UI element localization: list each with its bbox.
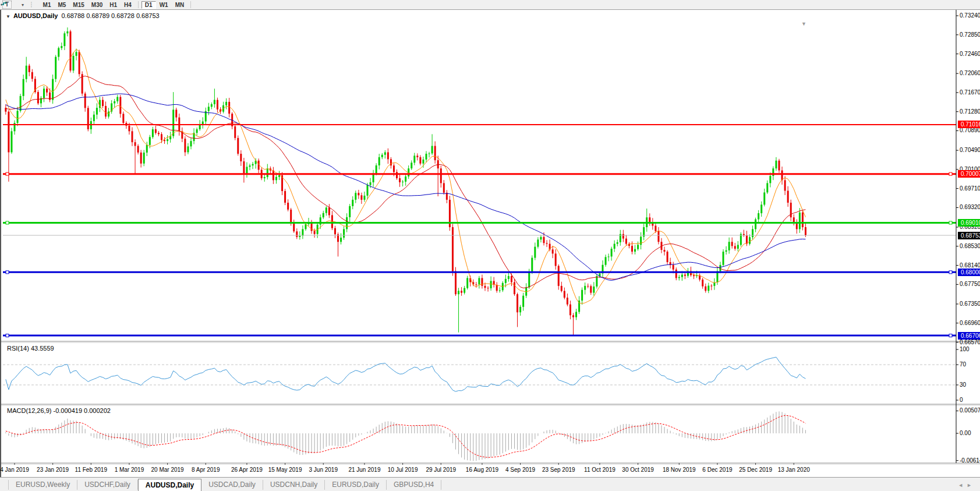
- tab-eurusd-weekly[interactable]: EURUSD,Weekly: [8, 480, 77, 490]
- candle-body: [208, 107, 210, 111]
- hline-handle[interactable]: [949, 271, 952, 274]
- candle-body: [66, 31, 68, 33]
- candle-body: [649, 217, 650, 222]
- hline-handle[interactable]: [949, 172, 952, 175]
- tab-usdcad-daily[interactable]: USDCAD,Daily: [201, 480, 263, 490]
- candle-body: [358, 193, 359, 195]
- tab-eurusd-daily[interactable]: EURUSD,Daily: [325, 480, 387, 490]
- candle-body: [349, 206, 351, 217]
- candle-body: [135, 142, 136, 146]
- candle-body: [614, 244, 615, 249]
- candle-body: [569, 305, 571, 316]
- candle-body: [287, 203, 289, 210]
- candle-body: [766, 183, 768, 192]
- candle-body: [46, 89, 48, 92]
- hline-handle[interactable]: [949, 221, 952, 224]
- price-tag-0.69010: 0.69010: [958, 219, 980, 227]
- candle-body: [343, 229, 345, 238]
- timeframe-button-M30[interactable]: M30: [88, 1, 106, 9]
- candle-body: [155, 129, 157, 133]
- candle-body: [29, 66, 30, 72]
- candle-body: [114, 101, 115, 104]
- hline-handle[interactable]: [6, 334, 9, 337]
- rsi-axis-tick: 0: [960, 397, 963, 404]
- tab-gbpusd-h4[interactable]: GBPUSD,H4: [387, 480, 441, 490]
- candle-body: [278, 175, 280, 177]
- price-axis-tick: 0.71670: [960, 89, 980, 96]
- candle-body: [452, 227, 454, 271]
- candle-body: [402, 182, 404, 182]
- timeframe-button-W1[interactable]: W1: [156, 1, 172, 9]
- toolbar-grip[interactable]: ┆: [30, 2, 33, 8]
- date-label: 29 Jul 2019: [420, 467, 462, 473]
- timeframe-button-MN[interactable]: MN: [172, 1, 188, 9]
- candle-body: [140, 153, 142, 164]
- tab-usdchf-daily[interactable]: USDCHF,Daily: [77, 480, 138, 490]
- candle-body: [293, 222, 295, 232]
- candle-body: [434, 146, 436, 161]
- candle-body: [23, 79, 24, 96]
- candle-body: [458, 291, 459, 294]
- chart-shift-marker-icon[interactable]: ▼: [801, 21, 806, 27]
- candle-body: [37, 92, 39, 103]
- candle-body: [519, 307, 521, 312]
- timeframe-button-M5[interactable]: M5: [54, 1, 69, 9]
- candle-body: [416, 156, 418, 157]
- price-axis-tick: 0.66960: [960, 320, 980, 327]
- hline-handle[interactable]: [949, 334, 952, 337]
- timeframe-button-H4[interactable]: H4: [121, 1, 135, 9]
- candle-body: [617, 242, 618, 244]
- candle-body: [664, 250, 666, 252]
- candle-body: [728, 242, 730, 250]
- hline-handle[interactable]: [6, 221, 9, 224]
- price-tag-0.68000: 0.68000: [958, 269, 980, 276]
- candle-body: [105, 106, 107, 116]
- timeframe-button-D1[interactable]: D1: [141, 1, 156, 9]
- candle-body: [625, 239, 627, 244]
- hline-handle[interactable]: [6, 172, 9, 175]
- candle-body: [790, 203, 792, 217]
- candle-body: [522, 296, 524, 307]
- candle-body: [431, 146, 433, 154]
- candle-body: [116, 97, 118, 101]
- candle-body: [393, 165, 395, 172]
- candle-body: [10, 131, 12, 152]
- rsi-indicator-label: RSI(14) 43.5559: [7, 345, 54, 352]
- candle-body: [419, 157, 421, 164]
- top-toolbar: T ▾ ┆ M1M5M15M30H1H4D1W1MN: [0, 0, 980, 10]
- toolbar-separator: [138, 1, 139, 8]
- price-axis-tick: 0.72060: [960, 70, 980, 77]
- candle-body: [93, 115, 95, 121]
- tab-usdcnh-daily[interactable]: USDCNH,Daily: [263, 480, 325, 490]
- candle-body: [146, 145, 148, 153]
- date-label: 13 Jan 2020: [773, 467, 815, 473]
- candle-body: [567, 298, 568, 305]
- price-axis-tick: 0.68530: [960, 243, 980, 250]
- chart-canvas[interactable]: [1, 10, 980, 477]
- styles-dropdown-button[interactable]: ▾: [20, 2, 24, 8]
- timeframe-button-M15[interactable]: M15: [69, 1, 87, 9]
- candle-body: [558, 266, 560, 286]
- candle-body: [275, 177, 277, 181]
- candle-body: [802, 213, 804, 227]
- macd-indicator-label: MACD(12,26,9) -0.000419 0.000202: [7, 407, 111, 414]
- candle-body: [637, 245, 639, 249]
- date-label: 15 May 2019: [264, 467, 306, 473]
- macd-signal-line: [6, 415, 806, 457]
- candle-body: [352, 200, 353, 206]
- date-label: 18 Nov 2019: [658, 467, 700, 473]
- tab-scroll-left-icon[interactable]: ◄: [958, 482, 967, 488]
- tab-scroll-right-icon[interactable]: ►: [967, 482, 975, 488]
- candle-body: [681, 275, 683, 277]
- candle-body: [384, 152, 386, 154]
- chart-window: ▼AUDUSD,Daily 0.68788 0.68789 0.68728 0.…: [0, 10, 980, 477]
- candle-body: [572, 315, 574, 317]
- timeframe-button-M1[interactable]: M1: [40, 1, 55, 9]
- tab-scroll-arrows[interactable]: ◄►: [958, 482, 975, 488]
- candle-body: [726, 250, 727, 252]
- candle-body: [43, 89, 45, 98]
- hline-handle[interactable]: [6, 271, 9, 274]
- tab-audusd-daily[interactable]: AUDUSD,Daily: [138, 479, 201, 491]
- candle-body: [678, 277, 680, 278]
- timeframe-button-H1[interactable]: H1: [106, 1, 121, 9]
